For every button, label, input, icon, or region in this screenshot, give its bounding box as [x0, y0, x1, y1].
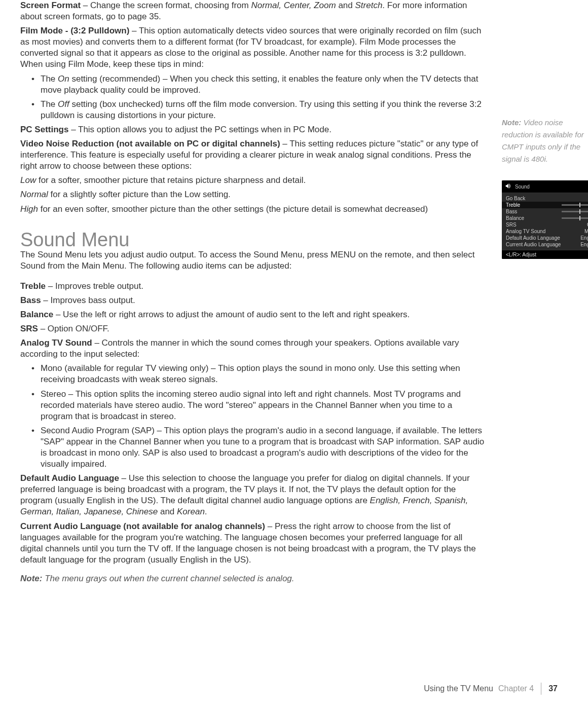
osd-row: Bass [502, 208, 588, 215]
osd-row: Go Back [502, 195, 588, 202]
balance-para: Balance – Use the left or right arrows t… [20, 309, 487, 320]
side-column: Note: Video noise reduction is available… [502, 0, 588, 584]
osd-row-label: Default Audio Language [506, 235, 560, 241]
vnr-low: Low for a softer, smoother picture that … [20, 175, 487, 186]
osd-row-label: Current Audio Language [506, 242, 561, 247]
analog-note: Note: The menu grays out when the curren… [20, 574, 487, 584]
analog-para: Analog TV Sound – Controls the manner in… [20, 337, 487, 360]
screen-format-term: Screen Format [20, 1, 81, 10]
sound-icon [505, 182, 512, 191]
pc-settings-para: PC Settings – This option allows you to … [20, 124, 487, 135]
osd-slider [562, 211, 588, 212]
osd-row-label: Treble [506, 202, 520, 208]
sound-menu-heading: Sound Menu [20, 230, 487, 249]
sound-osd-thumbnail: Sound Go BackTrebleBassBalanceSRSOFFAnal… [502, 180, 588, 259]
list-item: Stereo – This option splits the incoming… [41, 389, 487, 422]
side-note: Note: Video noise reduction is available… [502, 117, 588, 165]
current-lang-para: Current Audio Language (not available fo… [20, 521, 487, 566]
osd-row-value: English [580, 242, 588, 247]
film-mode-bullets: The On setting (recommended) – When you … [20, 73, 487, 121]
osd-row-label: Balance [506, 215, 524, 221]
osd-title: Sound [515, 184, 530, 190]
srs-para: SRS – Option ON/OFF. [20, 323, 487, 334]
osd-body: Go BackTrebleBassBalanceSRSOFFAnalog TV … [502, 193, 588, 250]
main-column: Screen Format – Change the screen format… [20, 0, 487, 584]
list-item: The Off setting (box unchecked) turns of… [41, 99, 487, 121]
footer-separator [541, 683, 541, 695]
vnr-normal: Normal for a slightly softer picture tha… [20, 189, 487, 200]
page-footer: Using the TV Menu Chapter 4 37 [424, 683, 558, 695]
osd-row-label: Go Back [506, 196, 525, 201]
osd-row-value: English [580, 235, 588, 241]
treble-para: Treble – Improves treble output. [20, 281, 487, 292]
footer-section: Using the TV Menu [424, 684, 493, 693]
footer-chapter: Chapter 4 [498, 684, 534, 693]
page-number: 37 [548, 684, 558, 693]
film-mode-para: Film Mode - (3:2 Pulldown) – This option… [20, 25, 487, 70]
screen-format-para: Screen Format – Change the screen format… [20, 0, 487, 22]
osd-row-label: Analog TV Sound [506, 229, 545, 234]
osd-slider [562, 217, 588, 219]
film-mode-term: Film Mode - (3:2 Pulldown) [20, 26, 129, 35]
osd-row-label: SRS [506, 222, 517, 228]
osd-row: Default Audio LanguageEnglish [502, 235, 588, 241]
osd-header: Sound [502, 180, 588, 193]
analog-bullets: Mono (available for regular TV viewing o… [20, 363, 487, 470]
vnr-para: Video Noise Reduction (not available on … [20, 138, 487, 172]
bass-para: Bass – Improves bass output. [20, 295, 487, 306]
osd-row-value: Mono [584, 229, 588, 234]
list-item: Second Audio Program (SAP) – This option… [41, 425, 487, 470]
vnr-high: High for an even softer, smoother pictur… [20, 204, 487, 215]
osd-row: Analog TV SoundMono [502, 228, 588, 235]
osd-footer: <L/R>: Adjust [502, 250, 588, 259]
osd-row: Treble [502, 202, 588, 208]
osd-slider [562, 204, 588, 206]
osd-row: Balance [502, 215, 588, 221]
list-item: The On setting (recommended) – When you … [41, 73, 487, 96]
osd-row: Current Audio LanguageEnglish [502, 241, 588, 248]
list-item: Mono (available for regular TV viewing o… [41, 363, 487, 385]
osd-row-label: Bass [506, 209, 517, 214]
osd-row: SRSOFF [502, 221, 588, 228]
default-lang-para: Default Audio Language – Use this select… [20, 473, 487, 517]
sound-intro: The Sound Menu lets you adjust audio out… [20, 249, 487, 272]
